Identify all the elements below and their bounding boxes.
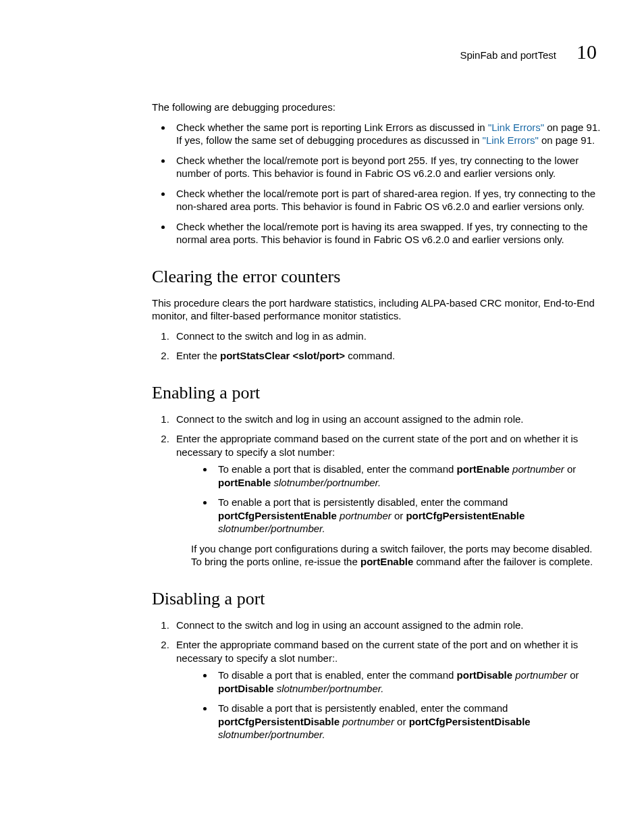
param-text: portnumber bbox=[515, 669, 567, 681]
param-text: slotnumber/portnumber. bbox=[274, 477, 381, 488]
enabling-sub-bullets: To enable a port that is disabled, enter… bbox=[176, 463, 603, 536]
enabling-steps: Connect to the switch and log in using a… bbox=[152, 413, 603, 569]
command-text: portDisable bbox=[218, 683, 274, 694]
text-run: or bbox=[394, 716, 409, 727]
list-item: To enable a port that is persistently di… bbox=[214, 496, 603, 536]
link-errors-link[interactable]: "Link Errors" bbox=[488, 122, 544, 133]
param-text: portnumber bbox=[512, 463, 564, 475]
heading-enabling-port: Enabling a port bbox=[152, 383, 603, 403]
intro-paragraph: The following are debugging procedures: bbox=[152, 101, 603, 114]
param-text: slotnumber/portnumber. bbox=[218, 523, 325, 534]
list-item: Check whether the local/remote port is b… bbox=[172, 154, 603, 180]
page-header: SpinFab and portTest 10 bbox=[152, 41, 603, 63]
list-item: Enter the appropriate command based on t… bbox=[172, 432, 603, 569]
header-title: SpinFab and portTest bbox=[460, 49, 556, 61]
link-errors-link[interactable]: "Link Errors" bbox=[483, 134, 539, 146]
text-run: command. bbox=[345, 350, 395, 361]
list-item: Enter the appropriate command based on t… bbox=[172, 638, 603, 741]
text-run: To disable a port that is enabled, enter… bbox=[218, 669, 457, 681]
command-text: portCfgPersistentEnable bbox=[406, 510, 525, 521]
command-text: portEnable bbox=[218, 477, 271, 488]
command-text: portDisable bbox=[457, 669, 513, 681]
command-text: portCfgPersistentEnable bbox=[218, 510, 337, 521]
text-run: or bbox=[564, 463, 576, 475]
clearing-steps: Connect to the switch and log in as admi… bbox=[152, 330, 603, 363]
list-item: To enable a port that is disabled, enter… bbox=[214, 463, 603, 489]
command-text: portCfgPersistentDisable bbox=[218, 716, 340, 727]
command-text: portEnable bbox=[360, 556, 413, 567]
param-text: slotnumber/portnumber. bbox=[277, 683, 384, 694]
debug-bullets: Check whether the same port is reporting… bbox=[152, 121, 603, 246]
text-run: To enable a port that is persistently di… bbox=[218, 496, 508, 508]
text-run: Check whether the same port is reporting… bbox=[176, 122, 488, 133]
heading-disabling-port: Disabling a port bbox=[152, 589, 603, 609]
param-text: portnumber bbox=[342, 716, 394, 727]
disabling-steps: Connect to the switch and log in using a… bbox=[152, 619, 603, 741]
command-text: portEnable bbox=[457, 463, 510, 475]
text-run: on page 91. bbox=[539, 134, 595, 146]
text-run: command after the failover is complete. bbox=[413, 556, 593, 567]
command-text: portCfgPersistentDisable bbox=[409, 716, 531, 727]
text-run: To disable a port that is persistently e… bbox=[218, 702, 508, 714]
clearing-paragraph: This procedure clears the port hardware … bbox=[152, 296, 603, 323]
list-item: Connect to the switch and log in using a… bbox=[172, 413, 603, 426]
param-text: slotnumber/portnumber. bbox=[218, 729, 325, 740]
text-run: Enter the appropriate command based on t… bbox=[176, 639, 578, 664]
enabling-note: If you change port configurations during… bbox=[191, 542, 603, 569]
list-item: Check whether the local/remote port is p… bbox=[172, 187, 603, 213]
text-run: Enter the bbox=[176, 350, 220, 361]
list-item: Enter the portStatsClear <slot/port> com… bbox=[172, 349, 603, 363]
document-page: SpinFab and portTest 10 The following ar… bbox=[0, 0, 644, 789]
list-item: To disable a port that is persistently e… bbox=[214, 702, 603, 741]
list-item: Connect to the switch and log in as admi… bbox=[172, 330, 603, 343]
disabling-sub-bullets: To disable a port that is enabled, enter… bbox=[176, 669, 603, 741]
list-item: Connect to the switch and log in using a… bbox=[172, 619, 603, 632]
heading-clearing-error-counters: Clearing the error counters bbox=[152, 267, 603, 287]
chapter-number: 10 bbox=[576, 41, 597, 63]
text-run: To enable a port that is disabled, enter… bbox=[218, 463, 457, 475]
list-item: Check whether the local/remote port is h… bbox=[172, 220, 603, 246]
text-run: or bbox=[392, 510, 406, 521]
command-text: portStatsClear <slot/port> bbox=[220, 350, 345, 361]
param-text: portnumber bbox=[340, 510, 392, 521]
text-run: or bbox=[567, 669, 579, 681]
text-run: Enter the appropriate command based on t… bbox=[176, 433, 578, 458]
list-item: Check whether the same port is reporting… bbox=[172, 121, 603, 147]
list-item: To disable a port that is enabled, enter… bbox=[214, 669, 603, 695]
